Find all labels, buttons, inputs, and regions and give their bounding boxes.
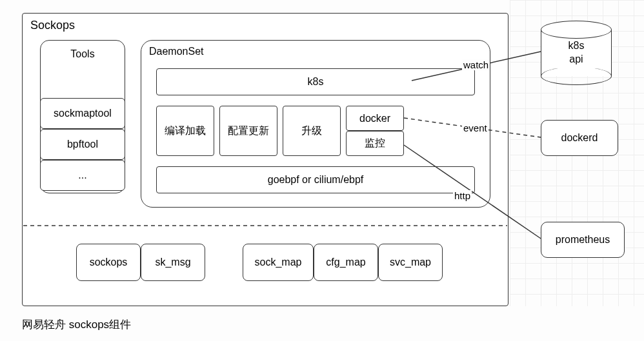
map-label: svc_map	[390, 257, 431, 268]
tool-label: bpftool	[67, 139, 98, 150]
map-sk-msg: sk_msg	[141, 244, 205, 281]
dockerd-label: dockerd	[561, 132, 598, 144]
daemonset-k8s: k8s	[156, 68, 475, 95]
map-label: sockops	[90, 257, 128, 268]
map-sock-map: sock_map	[243, 244, 314, 281]
mod-docker: docker	[346, 106, 404, 131]
mod-label: 编译加载	[165, 124, 206, 138]
daemonset-ebpf: goebpf or cilium/ebpf	[156, 166, 475, 193]
mod-label: 配置更新	[228, 124, 269, 138]
k8s-api-label: k8s api	[569, 39, 585, 66]
edge-label-text: watch	[463, 59, 488, 70]
map-label: sk_msg	[155, 257, 190, 268]
k8s-api-cyl-top	[541, 21, 612, 39]
edge-event: event	[462, 122, 488, 133]
tool-sockmaptool: sockmaptool	[40, 98, 125, 129]
tool-more: ...	[40, 160, 125, 191]
mod-monitor: 监控	[346, 131, 404, 156]
map-sockops: sockops	[76, 244, 141, 281]
mod-compile-load: 编译加载	[156, 106, 214, 156]
edge-label-text: event	[463, 122, 487, 133]
k8s-label: k8s	[308, 76, 324, 88]
edge-http: http	[453, 190, 472, 201]
tool-bpftool: bpftool	[40, 129, 125, 160]
prometheus-box: prometheus	[541, 222, 625, 258]
map-label: cfg_map	[326, 257, 365, 268]
map-cfg-map: cfg_map	[314, 244, 378, 281]
monitor-label: 监控	[365, 137, 385, 150]
map-label: sock_map	[255, 257, 302, 268]
docker-label: docker	[359, 113, 390, 124]
tools-title: Tools	[70, 48, 94, 60]
prometheus-label: prometheus	[556, 234, 610, 246]
caption-text: 网易轻舟 sockops组件	[22, 318, 131, 331]
mod-config-update: 配置更新	[219, 106, 277, 156]
figure-caption: 网易轻舟 sockops组件	[22, 317, 131, 332]
edge-watch: watch	[462, 59, 490, 70]
mod-label: 升级	[301, 124, 322, 138]
k8s-api-cyl-bot	[541, 67, 612, 85]
edge-label-text: http	[454, 190, 470, 201]
ebpf-label: goebpf or cilium/ebpf	[268, 174, 364, 186]
sockops-title: Sockops	[30, 19, 75, 32]
tool-label: ...	[78, 170, 86, 181]
dockerd-box: dockerd	[541, 120, 618, 156]
mod-upgrade: 升级	[283, 106, 341, 156]
map-svc-map: svc_map	[378, 244, 443, 281]
tool-label: sockmaptool	[54, 108, 112, 119]
daemonset-title: DaemonSet	[149, 46, 204, 57]
